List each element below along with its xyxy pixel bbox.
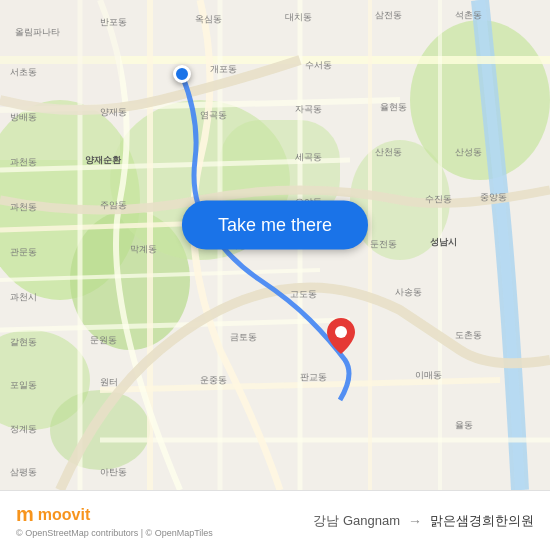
svg-text:아탄동: 아탄동 xyxy=(100,467,127,477)
svg-text:수서동: 수서동 xyxy=(305,60,332,70)
svg-text:산성동: 산성동 xyxy=(455,147,482,157)
svg-text:자곡동: 자곡동 xyxy=(295,104,322,114)
map-container: 올림파나타 반포동 옥심동 대치동 삼전동 석촌동 서초동 개포동 수서동 방배… xyxy=(0,0,550,490)
svg-text:율동: 율동 xyxy=(455,420,473,430)
svg-text:방배동: 방배동 xyxy=(10,112,37,122)
footer-logo: m moovit xyxy=(16,503,213,526)
svg-text:원터: 원터 xyxy=(100,377,118,387)
svg-text:둔전동: 둔전동 xyxy=(370,239,397,249)
svg-text:율현동: 율현동 xyxy=(380,102,407,112)
svg-text:올림파나타: 올림파나타 xyxy=(15,27,60,37)
svg-text:과천시: 과천시 xyxy=(10,292,37,302)
svg-text:도촌동: 도촌동 xyxy=(455,330,482,340)
svg-point-7 xyxy=(50,390,150,470)
route-info: 강남 Gangnam → 맑은샘경희한의원 xyxy=(313,512,534,530)
svg-text:관문동: 관문동 xyxy=(10,247,37,257)
svg-text:중앙동: 중앙동 xyxy=(480,192,507,202)
svg-text:운중동: 운중동 xyxy=(200,375,227,385)
destination-pin xyxy=(327,318,355,358)
svg-point-70 xyxy=(335,326,347,338)
svg-text:과천동: 과천동 xyxy=(10,202,37,212)
svg-text:석촌동: 석촌동 xyxy=(455,10,482,20)
svg-text:막계동: 막계동 xyxy=(130,244,157,254)
footer-attribution: © OpenStreetMap contributors | © OpenMap… xyxy=(16,528,213,538)
arrow-icon: → xyxy=(408,513,422,529)
svg-text:반포동: 반포동 xyxy=(100,17,127,27)
from-location-label: 강남 Gangnam xyxy=(313,512,400,530)
to-location-label: 맑은샘경희한의원 xyxy=(430,512,534,530)
svg-text:갈현동: 갈현동 xyxy=(10,337,37,347)
svg-text:양재순환: 양재순환 xyxy=(85,155,122,165)
moovit-logo-text: moovit xyxy=(38,506,90,524)
footer-left: m moovit © OpenStreetMap contributors | … xyxy=(16,503,213,538)
svg-text:성남시: 성남시 xyxy=(430,237,457,247)
moovit-m-icon: m xyxy=(16,503,34,526)
svg-text:대치동: 대치동 xyxy=(285,12,312,22)
origin-pin xyxy=(173,65,191,83)
svg-text:판교동: 판교동 xyxy=(300,372,327,382)
svg-text:주암동: 주암동 xyxy=(100,200,127,210)
svg-text:이매동: 이매동 xyxy=(415,370,442,380)
svg-text:삼평동: 삼평동 xyxy=(10,467,37,477)
svg-text:정계동: 정계동 xyxy=(10,424,37,434)
svg-text:사송동: 사송동 xyxy=(395,287,422,297)
svg-text:염곡동: 염곡동 xyxy=(200,110,227,120)
svg-text:삼전동: 삼전동 xyxy=(375,10,402,20)
svg-text:옥심동: 옥심동 xyxy=(195,14,222,24)
svg-text:문원동: 문원동 xyxy=(90,335,117,345)
svg-text:고도동: 고도동 xyxy=(290,289,317,299)
svg-text:개포동: 개포동 xyxy=(210,64,237,74)
take-me-there-button[interactable]: Take me there xyxy=(182,201,368,250)
svg-text:산천동: 산천동 xyxy=(375,147,402,157)
svg-text:포일동: 포일동 xyxy=(10,380,37,390)
svg-text:양재동: 양재동 xyxy=(100,107,127,117)
footer: m moovit © OpenStreetMap contributors | … xyxy=(0,490,550,550)
svg-text:서초동: 서초동 xyxy=(10,67,37,77)
svg-text:세곡동: 세곡동 xyxy=(295,152,322,162)
svg-text:수진동: 수진동 xyxy=(425,194,452,204)
svg-text:금토동: 금토동 xyxy=(230,332,257,342)
svg-text:과천동: 과천동 xyxy=(10,157,37,167)
